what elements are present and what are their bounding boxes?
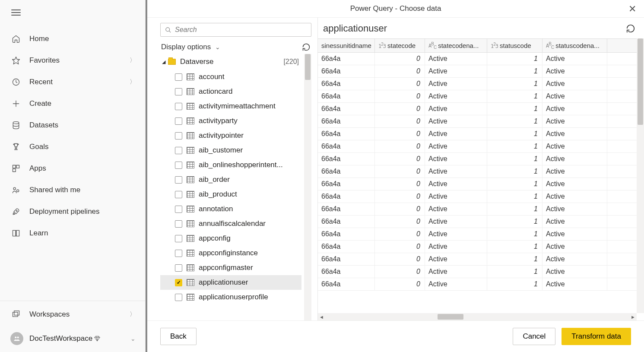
table-item-annualfiscalcalendar[interactable]: annualfiscalcalendar [160, 216, 301, 231]
table-item-appconfiginstance[interactable]: appconfiginstance [160, 246, 301, 260]
table-item-account[interactable]: account [160, 70, 301, 84]
table-checkbox[interactable] [175, 176, 182, 184]
table-item-applicationuser[interactable]: applicationuser [160, 275, 301, 290]
folder-dataverse[interactable]: ◢ Dataverse [220] [160, 54, 301, 70]
table-checkbox[interactable] [175, 132, 182, 140]
table-row[interactable]: 66a4a0Active1Active [318, 165, 637, 178]
scrollbar-thumb[interactable] [305, 54, 311, 80]
table-row[interactable]: 66a4a0Active1Active [318, 115, 637, 128]
table-checkbox[interactable] [175, 73, 182, 81]
cancel-button[interactable]: Cancel [513, 328, 555, 345]
table-checkbox[interactable] [175, 250, 182, 257]
hamburger-button[interactable] [0, 0, 145, 25]
table-item-activityparty[interactable]: activityparty [160, 114, 301, 128]
cell: 1 [487, 103, 542, 115]
table-row[interactable]: 66a4a0Active1Active [318, 53, 637, 65]
table-item-aib_order[interactable]: aib_order [160, 172, 301, 187]
transform-data-button[interactable]: Transform data [562, 328, 631, 345]
table-row[interactable]: 66a4a0Active1Active [318, 128, 637, 140]
svg-rect-6 [16, 165, 19, 168]
cell: 66a4a [318, 115, 375, 127]
sidebar-item-shared-with-me[interactable]: Shared with me [0, 179, 145, 201]
table-checkbox[interactable] [175, 206, 182, 213]
sidebar-item-favorites[interactable]: Favorites〉 [0, 50, 145, 71]
table-checkbox[interactable] [175, 88, 182, 95]
table-row[interactable]: 66a4a0Active1Active [318, 266, 637, 278]
sidebar-item-deployment-pipelines[interactable]: Deployment pipelines [0, 201, 145, 222]
table-row[interactable]: 66a4a0Active1Active [318, 203, 637, 216]
table-row[interactable]: 66a4a0Active1Active [318, 78, 637, 90]
table-item-appconfigmaster[interactable]: appconfigmaster [160, 260, 301, 275]
table-row[interactable]: 66a4a0Active1Active [318, 90, 637, 103]
table-row[interactable]: 66a4a0Active1Active [318, 190, 637, 203]
table-row[interactable]: 66a4a0Active1Active [318, 178, 637, 190]
table-checkbox[interactable] [175, 147, 182, 154]
table-row[interactable]: 66a4a0Active1Active [318, 228, 637, 241]
sidebar-item-datasets[interactable]: Datasets [0, 114, 145, 136]
table-item-aib_onlineshopperintent[interactable]: aib_onlineshopperintent... [160, 158, 301, 172]
table-item-appconfig[interactable]: appconfig [160, 231, 301, 246]
scroll-right-arrow-icon[interactable]: ► [629, 314, 637, 320]
sidebar-item-label: Datasets [29, 121, 136, 130]
sidebar-item-label: Apps [29, 164, 136, 173]
close-button[interactable]: ✕ [628, 3, 636, 15]
column-header-sinessunitidname[interactable]: sinessunitidname [318, 39, 375, 52]
sidebar-item-label: Workspaces [29, 310, 130, 319]
sidebar-item-workspaces[interactable]: Workspaces 〉 [0, 304, 145, 325]
table-item-applicationuserprofile[interactable]: applicationuserprofile [160, 290, 301, 304]
refresh-navigator-button[interactable] [302, 43, 311, 51]
sidebar-item-recent[interactable]: Recent〉 [0, 71, 145, 93]
table-checkbox[interactable] [175, 220, 182, 228]
current-workspace[interactable]: DocTestWorkspace ⌄ [0, 325, 145, 352]
table-row[interactable]: 66a4a0Active1Active [318, 140, 637, 153]
refresh-preview-button[interactable] [626, 24, 635, 33]
sidebar-item-goals[interactable]: Goals [0, 136, 145, 158]
preview-panel: applicationuser sinessunitidname123state… [317, 18, 644, 320]
table-row[interactable]: 66a4a0Active1Active [318, 241, 637, 253]
sidebar-item-learn[interactable]: Learn [0, 222, 145, 244]
chevron-right-icon: 〉 [130, 311, 136, 318]
sidebar-item-home[interactable]: Home [0, 28, 145, 50]
search-box[interactable] [160, 23, 311, 37]
navigator-scrollbar[interactable] [304, 54, 311, 320]
search-input[interactable] [175, 26, 307, 34]
table-row[interactable]: 66a4a0Active1Active [318, 153, 637, 165]
cell: Active [542, 90, 607, 102]
display-options-button[interactable]: Display options [161, 43, 211, 51]
sidebar-item-create[interactable]: Create [0, 93, 145, 114]
table-row[interactable]: 66a4a0Active1Active [318, 65, 637, 78]
scrollbar-thumb[interactable] [438, 314, 463, 320]
preview-vertical-scrollbar[interactable] [637, 38, 644, 313]
svg-rect-5 [13, 165, 16, 168]
scroll-left-arrow-icon[interactable]: ◄ [318, 314, 325, 320]
table-item-aib_customer[interactable]: aib_customer [160, 143, 301, 158]
column-header-statecodena[interactable]: ABCstatecodena... [425, 39, 487, 52]
table-checkbox[interactable] [175, 279, 182, 286]
table-row[interactable]: 66a4a0Active1Active [318, 253, 637, 266]
cell: 1 [487, 165, 542, 178]
table-checkbox[interactable] [175, 162, 182, 169]
table-row[interactable]: 66a4a0Active1Active [318, 216, 637, 228]
table-row[interactable]: 66a4a0Active1Active [318, 278, 637, 291]
table-row[interactable]: 66a4a0Active1Active [318, 103, 637, 115]
sidebar-item-apps[interactable]: Apps [0, 158, 145, 179]
table-checkbox[interactable] [175, 117, 182, 125]
table-item-activitymimeattachment[interactable]: activitymimeattachment [160, 99, 301, 114]
table-checkbox[interactable] [175, 191, 182, 198]
table-checkbox[interactable] [175, 235, 182, 242]
cell: Active [542, 65, 607, 77]
column-header-statecode[interactable]: 123statecode [375, 39, 425, 52]
workspace-name: DocTestWorkspace [29, 334, 92, 343]
back-button[interactable]: Back [160, 328, 197, 345]
table-checkbox[interactable] [175, 264, 182, 272]
table-checkbox[interactable] [175, 294, 182, 301]
column-header-statuscodena[interactable]: ABCstatuscodena... [542, 39, 607, 52]
table-item-annotation[interactable]: annotation [160, 202, 301, 216]
table-item-activitypointer[interactable]: activitypointer [160, 128, 301, 143]
table-item-actioncard[interactable]: actioncard [160, 84, 301, 99]
column-header-statuscode[interactable]: 123statuscode [487, 39, 542, 52]
preview-horizontal-scrollbar[interactable]: ◄ ► [318, 313, 637, 320]
table-item-aib_product[interactable]: aib_product [160, 187, 301, 202]
table-checkbox[interactable] [175, 103, 182, 110]
scrollbar-thumb[interactable] [638, 38, 643, 125]
